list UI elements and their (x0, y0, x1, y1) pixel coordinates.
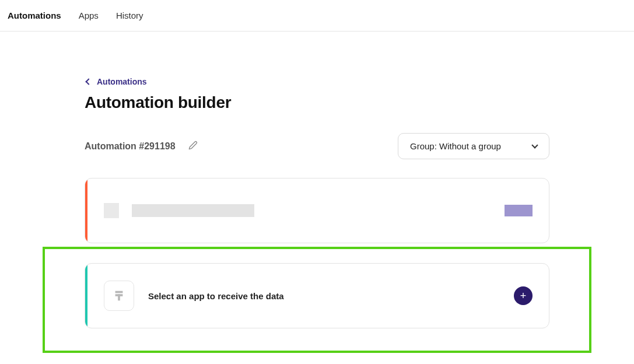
nav-apps[interactable]: Apps (79, 10, 99, 20)
receive-step-label: Select an app to receive the data (148, 291, 284, 301)
receive-card-body: Select an app to receive the data + (87, 281, 549, 311)
chevron-down-icon (531, 142, 538, 148)
nav-automations[interactable]: Automations (8, 10, 61, 20)
app-placeholder-icon (104, 281, 134, 311)
page-title: Automation builder (85, 93, 549, 112)
breadcrumb-label: Automations (97, 77, 147, 86)
svg-rect-0 (115, 291, 123, 293)
receive-left: Select an app to receive the data (104, 281, 284, 311)
placeholder-square (104, 203, 119, 218)
svg-rect-2 (118, 294, 120, 300)
page-container: Automations Automation builder Automatio… (0, 32, 634, 353)
automation-name-row: Automation #291198 Group: Without a grou… (85, 133, 549, 159)
nav-history[interactable]: History (116, 10, 143, 20)
group-select[interactable]: Group: Without a group (398, 133, 549, 159)
placeholder-bar (132, 204, 254, 217)
trigger-placeholder-left (104, 203, 254, 218)
breadcrumb[interactable]: Automations (85, 77, 549, 86)
name-left: Automation #291198 (85, 141, 198, 152)
pencil-icon[interactable] (188, 141, 198, 152)
trigger-step-card[interactable] (85, 178, 549, 243)
chevron-left-icon (85, 78, 92, 85)
group-select-label: Group: Without a group (410, 141, 501, 151)
top-nav: Automations Apps History (0, 0, 634, 32)
trigger-card-body (87, 203, 549, 218)
automation-name: Automation #291198 (85, 141, 176, 152)
highlight-box: Select an app to receive the data + (43, 247, 591, 353)
plus-icon: + (520, 290, 527, 302)
receive-step-card[interactable]: Select an app to receive the data + (85, 263, 549, 328)
placeholder-badge (505, 205, 533, 216)
add-step-button[interactable]: + (514, 286, 533, 305)
